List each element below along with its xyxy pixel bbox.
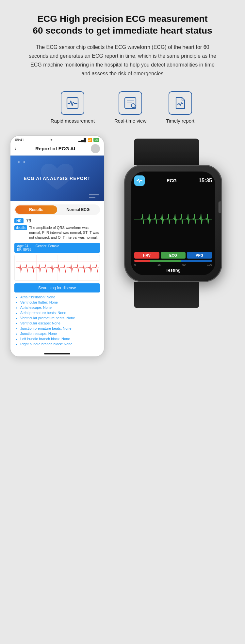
disease-value: None	[63, 326, 71, 330]
disease-value: None	[61, 337, 70, 341]
disease-name: Ventricular premature beats:	[20, 316, 66, 320]
banner-lines	[89, 194, 99, 198]
list-item: Junction premature beats: None	[20, 326, 100, 330]
phone-nav-title: Report of ECG AI	[20, 146, 91, 151]
realtime-view-icon-box	[119, 91, 142, 115]
normal-ecg-button[interactable]: Normal ECG	[57, 205, 99, 214]
results-bar: Results Normal ECG	[14, 204, 100, 215]
disease-value: None	[66, 316, 75, 320]
list-item: Ventricular flutter: None	[20, 300, 100, 304]
list-item: Ventricular escape: None	[20, 321, 100, 325]
watch-progress-bar	[134, 260, 212, 262]
title-line2: 60 seconds to get immediate heart status	[33, 25, 212, 36]
disease-name: Junction escape:	[20, 332, 48, 336]
disease-name: Atrial premature beats:	[20, 311, 57, 315]
watch-container: ECG 15:35 HRV	[118, 155, 229, 292]
watch-ecg-graph	[134, 188, 212, 250]
disease-value: None	[57, 311, 66, 315]
list-item: Left bundle branch block: None	[20, 337, 100, 341]
title-line1: ECG High precision ECG measurement	[37, 14, 207, 24]
back-button[interactable]: ‹	[14, 145, 16, 152]
watch-ecg-label: ECG	[167, 178, 176, 183]
search-disease-button[interactable]: Searching for disease	[14, 283, 100, 292]
watch-progress-labels: 0 15 60 100	[134, 263, 212, 266]
ecg-button[interactable]: ECG	[161, 252, 186, 259]
realtime-view-icon	[123, 96, 137, 110]
phone-mockup: 09:41 ✈ ▂▄█ 📶 20 ‹ Report of ECG AI ✦ ✦	[10, 135, 105, 357]
watch-buttons-row: HRV ECG PPG	[134, 252, 212, 259]
hr-badge: HR	[14, 218, 24, 223]
phone-home-bar	[10, 351, 104, 356]
features-row: Rapid measurement Real-time view	[10, 91, 235, 124]
disease-value: None	[47, 295, 55, 299]
list-item: Ventricular premature beats: None	[20, 316, 100, 320]
progress-label-60: 60	[182, 263, 186, 266]
phone-status-bar: 09:41 ✈ ▂▄█ 📶 20	[10, 136, 104, 143]
disease-value: None	[48, 332, 57, 336]
results-button[interactable]: Results	[15, 205, 57, 214]
watch-time: 15:35	[199, 178, 212, 184]
disease-name: Junction premature beats:	[20, 326, 63, 330]
watch-ecg-svg	[134, 209, 212, 229]
watch-ecg-app-icon	[134, 175, 145, 186]
info-bp: BP: 89/65	[17, 248, 31, 251]
disease-name: Right bundle branch block:	[20, 342, 64, 346]
watch-ecg-icon-svg	[136, 177, 143, 184]
location-icon: ✈	[50, 138, 53, 142]
watch-crown	[219, 202, 222, 213]
list-item: Junction escape: None	[20, 332, 100, 336]
ecg-chart	[14, 255, 100, 281]
page-wrapper: ECG High precision ECG measurement 60 se…	[0, 0, 245, 370]
svg-rect-1	[125, 97, 136, 109]
watch-header: ECG 15:35	[134, 175, 212, 186]
description-text: The ECG sensor chip collects the ECG wav…	[28, 43, 217, 78]
hrv-button[interactable]: HRV	[134, 252, 159, 259]
phone-status-right: ▂▄█ 📶 20	[78, 138, 99, 142]
content-section: 09:41 ✈ ▂▄█ 📶 20 ‹ Report of ECG AI ✦ ✦	[10, 135, 235, 357]
feature-rapid: Rapid measurement	[51, 91, 95, 124]
home-indicator	[44, 353, 70, 354]
info-age: Age: 24	[17, 244, 28, 248]
details-text: The amplitude of QRS waveform was normal…	[29, 225, 100, 240]
disease-name: Atrial escape:	[20, 306, 43, 309]
avatar	[91, 144, 100, 153]
disease-name: Ventricular flutter:	[20, 300, 49, 304]
disease-value: None	[52, 321, 60, 325]
banner-title: ECG AI ANALYSIS REPORT	[24, 176, 91, 181]
info-box: Age: 24 Gender: Female BP: 89/65	[14, 243, 100, 253]
disease-value: None	[43, 306, 52, 309]
watch-body: ECG 15:35 HRV	[124, 165, 222, 282]
watch-strap-top	[134, 139, 199, 165]
list-item: Atrial premature beats: None	[20, 311, 100, 315]
banner-decoration: ✦ ✦	[17, 159, 26, 165]
phone-time: 09:41	[15, 138, 24, 142]
hr-value: 79	[26, 218, 31, 223]
hr-row: HR 79	[14, 218, 100, 223]
wifi-icon: 📶	[88, 138, 92, 142]
ppg-progress	[181, 260, 212, 262]
timely-report-icon	[173, 96, 187, 110]
disease-list: Atrial fibrillation: None Ventricular fl…	[14, 295, 100, 346]
page-title: ECG High precision ECG measurement 60 se…	[10, 13, 235, 37]
details-badge[interactable]: details	[14, 225, 27, 230]
disease-name: Ventricular escape:	[20, 321, 52, 325]
feature-timely: Timely report	[166, 91, 194, 124]
header-section: ECG High precision ECG measurement 60 se…	[10, 13, 235, 78]
ppg-button[interactable]: PPG	[187, 252, 212, 259]
battery-badge: 20	[93, 138, 99, 142]
info-gender: Gender: Female	[36, 244, 59, 248]
timely-report-label: Timely report	[166, 118, 194, 124]
signal-icon: ▂▄█	[78, 138, 86, 142]
disease-value: None	[49, 300, 58, 304]
phone-body: Results Normal ECG HR 79 details The amp…	[10, 201, 104, 351]
rapid-measurement-icon-box	[61, 91, 84, 115]
list-item: Atrial escape: None	[20, 306, 100, 309]
progress-label-15: 15	[157, 263, 161, 266]
rapid-measurement-label: Rapid measurement	[51, 118, 95, 124]
list-item: Right bundle branch block: None	[20, 342, 100, 346]
watch-strap-bottom	[134, 282, 199, 308]
ecg-banner: ✦ ✦ ECG AI ANALYSIS REPORT	[10, 156, 104, 201]
list-item: Atrial fibrillation: None	[20, 295, 100, 299]
watch-screen: ECG 15:35 HRV	[131, 172, 215, 275]
phone-nav: ‹ Report of ECG AI	[10, 143, 104, 156]
